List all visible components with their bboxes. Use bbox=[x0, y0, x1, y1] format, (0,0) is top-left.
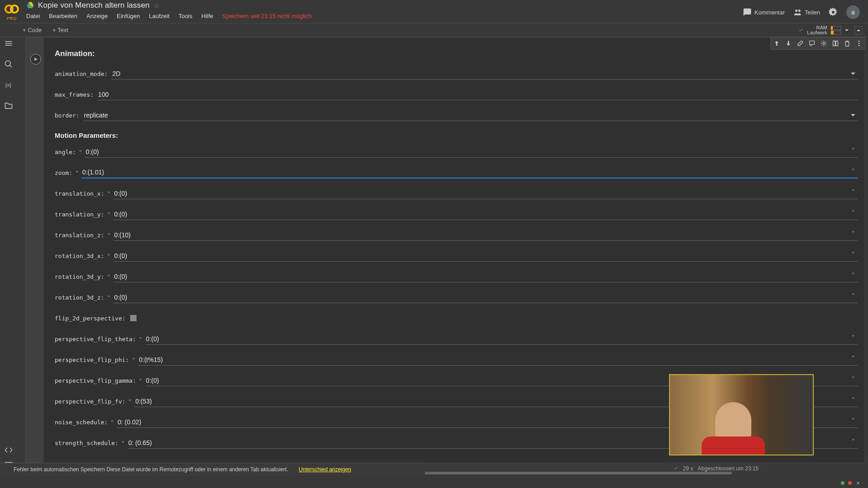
menu-datei[interactable]: Datei bbox=[26, 13, 40, 19]
input-rotation-3d-x[interactable] bbox=[113, 250, 858, 262]
share-button[interactable]: Teilen bbox=[793, 8, 820, 17]
cell-comment-button[interactable] bbox=[806, 38, 818, 49]
input-translation-z[interactable] bbox=[113, 230, 858, 241]
ram-label: RAM bbox=[807, 25, 827, 30]
menu-hilfe[interactable]: Hilfe bbox=[201, 13, 213, 19]
quote-icon: " bbox=[104, 232, 113, 239]
error-message: Fehler beim automatischen Speichern Dies… bbox=[14, 466, 288, 473]
quote-icon: " bbox=[104, 253, 113, 259]
close-icon[interactable] bbox=[855, 480, 861, 486]
star-icon[interactable]: ☆ bbox=[153, 1, 160, 10]
share-label: Teilen bbox=[805, 9, 820, 16]
quote-icon: " bbox=[108, 419, 117, 426]
cell-toolbar bbox=[770, 37, 865, 50]
quote-icon: " bbox=[104, 273, 113, 280]
label-perspective-gamma: perspective_flip_gamma: bbox=[55, 377, 136, 384]
svg-rect-5 bbox=[831, 26, 833, 30]
variables-icon[interactable]: {x} bbox=[4, 80, 13, 89]
input-perspective-theta[interactable] bbox=[145, 333, 858, 345]
quote-icon: " bbox=[104, 294, 113, 301]
row-perspective-phi: perspective_flip_phi: " " bbox=[55, 352, 858, 368]
row-translation-y: translation_y: " " bbox=[55, 206, 858, 222]
mirror-button[interactable] bbox=[830, 38, 841, 49]
quote-icon: " bbox=[849, 230, 858, 236]
left-rail: {x} bbox=[0, 37, 17, 110]
quote-icon: " bbox=[849, 167, 858, 174]
menu-laufzeit[interactable]: Laufzeit bbox=[149, 13, 170, 19]
motion-heading: Motion Parameters: bbox=[55, 131, 858, 139]
add-text-button[interactable]: + Text bbox=[52, 27, 68, 33]
input-border[interactable] bbox=[83, 110, 858, 121]
link-button[interactable] bbox=[794, 38, 806, 49]
checkbox-flip-2d[interactable] bbox=[130, 315, 137, 321]
quote-icon: " bbox=[849, 437, 858, 444]
svg-rect-13 bbox=[836, 41, 838, 46]
title-menu: Kopie von Mensch altern lassen ☆ Datei B… bbox=[20, 0, 743, 19]
input-rotation-3d-z[interactable] bbox=[113, 292, 858, 303]
header-right: Kommentar Teilen a bbox=[743, 0, 868, 19]
add-code-button[interactable]: + Code bbox=[23, 27, 42, 33]
label-zoom: zoom: bbox=[55, 169, 72, 176]
quote-icon: " bbox=[849, 271, 858, 278]
row-rotation-3d-z: rotation_3d_z: " " bbox=[55, 289, 858, 305]
quote-icon: " bbox=[849, 333, 858, 340]
share-icon bbox=[793, 8, 802, 17]
gear-icon[interactable] bbox=[828, 7, 838, 17]
menu-anzeige[interactable]: Anzeige bbox=[86, 13, 108, 19]
menubar: Datei Bearbeiten Anzeige Einfügen Laufze… bbox=[26, 10, 743, 19]
quote-icon: " bbox=[104, 211, 113, 218]
label-animation-mode: animation_mode: bbox=[55, 70, 108, 77]
toc-icon[interactable] bbox=[4, 39, 13, 48]
move-down-button[interactable] bbox=[783, 38, 794, 49]
autosave-error-banner: Fehler beim automatischen Speichern Dies… bbox=[0, 463, 425, 475]
label-max-frames: max_frames: bbox=[55, 91, 94, 98]
run-cell-button[interactable] bbox=[30, 54, 41, 65]
input-translation-x[interactable] bbox=[113, 188, 858, 199]
label-translation-y: translation_y: bbox=[55, 211, 104, 218]
input-perspective-phi[interactable] bbox=[138, 354, 858, 366]
label-perspective-theta: perspective_flip_theta: bbox=[55, 336, 136, 343]
label-angle: angle: bbox=[55, 149, 76, 155]
input-rotation-3d-y[interactable] bbox=[113, 271, 858, 282]
avatar[interactable]: a bbox=[846, 5, 860, 19]
label-rotation-3d-z: rotation_3d_z: bbox=[55, 294, 104, 301]
check-icon bbox=[673, 466, 679, 471]
label-rotation-3d-x: rotation_3d_x: bbox=[55, 253, 104, 259]
label-perspective-fv: perspective_flip_fv: bbox=[55, 398, 126, 405]
input-angle[interactable] bbox=[85, 146, 858, 158]
row-max-frames: max_frames: bbox=[55, 86, 858, 103]
search-icon[interactable] bbox=[4, 60, 13, 69]
files-icon[interactable] bbox=[4, 101, 13, 110]
svg-point-2 bbox=[795, 9, 797, 12]
save-warning: Speichern seit 23:15 nicht möglich bbox=[222, 13, 311, 19]
cell-settings-button[interactable] bbox=[818, 38, 830, 49]
input-max-frames[interactable] bbox=[97, 89, 858, 100]
menu-einfugen[interactable]: Einfügen bbox=[117, 13, 140, 19]
disk-label: Laufwerk bbox=[807, 30, 827, 35]
input-animation-mode[interactable] bbox=[111, 68, 858, 80]
menu-tools[interactable]: Tools bbox=[179, 13, 192, 19]
input-translation-y[interactable] bbox=[113, 209, 858, 220]
row-flip-2d-perspective: flip_2d_perspective: bbox=[55, 310, 858, 326]
header: PRO Kopie von Mensch altern lassen ☆ Dat… bbox=[0, 0, 868, 23]
collapse-button[interactable] bbox=[854, 26, 863, 34]
input-zoom[interactable] bbox=[81, 167, 858, 178]
more-button[interactable] bbox=[853, 38, 865, 49]
quote-icon: " bbox=[849, 209, 858, 216]
logo-area: PRO bbox=[4, 0, 20, 21]
snippets-icon[interactable] bbox=[4, 446, 13, 455]
menu-bearbeiten[interactable]: Bearbeiten bbox=[49, 13, 77, 19]
show-diff-link[interactable]: Unterschied anzeigen bbox=[299, 466, 351, 473]
svg-point-8 bbox=[5, 61, 11, 66]
colab-logo-icon[interactable] bbox=[4, 1, 20, 17]
quote-icon: " bbox=[129, 357, 138, 363]
svg-rect-12 bbox=[833, 41, 835, 46]
svg-text:{x}: {x} bbox=[5, 82, 12, 88]
runtime-status[interactable]: RAM Laufwerk bbox=[798, 25, 849, 35]
comment-button[interactable]: Kommentar bbox=[743, 8, 785, 17]
svg-rect-7 bbox=[831, 31, 834, 34]
document-title[interactable]: Kopie von Mensch altern lassen bbox=[38, 1, 150, 10]
move-up-button[interactable] bbox=[771, 38, 783, 49]
delete-button[interactable] bbox=[841, 38, 853, 49]
quote-icon: " bbox=[118, 440, 127, 446]
